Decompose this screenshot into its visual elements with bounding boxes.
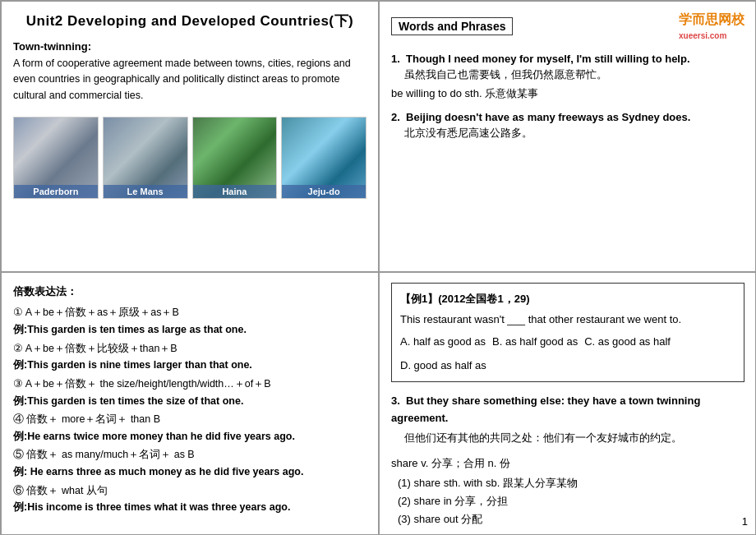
phrase-1-cn: 虽然我自己也需要钱，但我仍然愿意帮忙。	[404, 67, 744, 82]
rule-1: ① A＋be＋倍数＋as＋原级＋as＋B 例:This garden is te…	[13, 304, 366, 338]
city-jejudo: Jeju-do	[281, 117, 366, 199]
top-left-cell: Unit2 Developing and Developed Countries…	[1, 1, 379, 272]
phrase-item-2: 2. Beijing doesn't have as many freeways…	[391, 111, 744, 143]
city-haina-label: Haina	[193, 185, 277, 198]
section-title: 倍数表达法：	[13, 283, 366, 300]
example-1-options: A. half as good as B. as half good as C.…	[400, 333, 735, 375]
bottom-right-cell: 【例1】(2012全国卷1，29) This restaurant wasn't…	[379, 272, 756, 535]
share-notes: share v. 分享；合用 n. 份 (1) share sth. with …	[391, 454, 744, 528]
rule-5-example: 例: He earns three as much money as he di…	[13, 464, 366, 481]
example-1-block: 【例1】(2012全国卷1，29) This restaurant wasn't…	[391, 283, 744, 382]
phrase-item-3: 3. But they share something else: they h…	[391, 392, 744, 446]
phrase-2-text: Beijing doesn't have as many freeways as…	[406, 111, 690, 123]
words-phrases-box: Words and Phrases	[391, 17, 513, 35]
example-1-question: This restaurant wasn't ___ that other re…	[400, 311, 735, 328]
bottom-left-cell: 倍数表达法： ① A＋be＋倍数＋as＋原级＋as＋B 例:This garde…	[1, 272, 379, 535]
phrase-3-text: But they share something else: they have…	[391, 394, 700, 424]
phrase-1-text: Though I need money for myself, I'm stil…	[406, 53, 689, 65]
logo-sub: xueersi.com	[679, 31, 726, 40]
rule-6: ⑥ 倍数＋ what 从句 例:His income is three time…	[13, 482, 366, 516]
city-images-row: Paderborn Le Mans Haina Jeju-do	[13, 117, 366, 199]
city-paderborn: Paderborn	[13, 117, 99, 199]
phrase-3-cn: 但他们还有其他的共同之处：他们有一个友好城市的约定。	[404, 429, 744, 446]
phrase-2-en: 2. Beijing doesn't have as many freeways…	[391, 111, 744, 123]
words-phrases-header: Words and Phrases 学而思网校 xueersi.com	[391, 12, 744, 41]
share-main: share v. 分享；合用 n. 份	[391, 454, 744, 472]
unit-title: Unit2 Developing and Developed Countries…	[13, 12, 366, 30]
city-jejudo-label: Jeju-do	[282, 185, 366, 198]
phrase-3-num: 3.	[391, 394, 400, 407]
city-paderborn-label: Paderborn	[14, 185, 98, 198]
rule-2-example: 例:This garden is nine times larger than …	[13, 357, 366, 374]
phrase-item-1: 1. Though I need money for myself, I'm s…	[391, 53, 744, 101]
city-lemans: Le Mans	[103, 117, 188, 199]
rule-1-label: ① A＋be＋倍数＋as＋原级＋as＋B	[13, 304, 366, 321]
rule-3-example: 例:This garden is ten times the size of t…	[13, 393, 366, 410]
rule-4-label: ④ 倍数＋ more＋名词＋ than B	[13, 411, 366, 428]
rule-1-example: 例:This garden is ten times as large as t…	[13, 321, 366, 339]
logo-main: 学而思网校	[679, 12, 744, 26]
rule-5: ⑤ 倍数＋ as many/much＋名词＋ as B 例: He earns …	[13, 446, 366, 480]
phrase-2-num: 2.	[391, 111, 400, 123]
share-sub-3: (3) share out 分配	[398, 510, 744, 528]
rule-6-label: ⑥ 倍数＋ what 从句	[13, 482, 366, 500]
phrase-1-en: 1. Though I need money for myself, I'm s…	[391, 53, 744, 65]
option-b: B. as half good as	[492, 333, 578, 350]
rule-4: ④ 倍数＋ more＋名词＋ than B 例:He earns twice m…	[13, 411, 366, 445]
rule-6-example: 例:His income is three times what it was …	[13, 499, 366, 516]
rule-5-label: ⑤ 倍数＋ as many/much＋名词＋ as B	[13, 446, 366, 464]
top-right-cell: Words and Phrases 学而思网校 xueersi.com 1. T…	[379, 1, 756, 272]
rule-3: ③ A＋be＋倍数＋ the size/height/length/width……	[13, 376, 366, 409]
phrase-2-cn: 北京没有悉尼高速公路多。	[404, 126, 744, 141]
phrase-1-num: 1.	[391, 53, 400, 65]
rule-2: ② A＋be＋倍数＋比较级＋than＋B 例:This garden is ni…	[13, 340, 366, 374]
rule-3-label: ③ A＋be＋倍数＋ the size/height/length/width……	[13, 376, 366, 393]
page-number: 1	[742, 513, 748, 530]
town-twinning-label: Town-twinning:	[13, 40, 366, 53]
rule-4-example: 例:He earns twice more money than he did …	[13, 428, 366, 445]
example-1-title: 【例1】(2012全国卷1，29)	[400, 290, 735, 307]
share-sub-2: (2) share in 分享，分担	[398, 492, 744, 510]
town-description: A form of cooperative agreement made bet…	[13, 56, 366, 104]
share-sub-1: (1) share sth. with sb. 跟某人分享某物	[398, 474, 744, 491]
rule-2-label: ② A＋be＋倍数＋比较级＋than＋B	[13, 340, 366, 357]
option-c: C. as good as half	[584, 333, 671, 350]
logo-area: 学而思网校 xueersi.com	[679, 12, 744, 41]
phrase-3-en: 3. But they share something else: they h…	[391, 392, 744, 427]
city-lemans-label: Le Mans	[104, 185, 187, 198]
option-a: A. half as good as	[400, 333, 486, 350]
phrase-1-note: be willing to do sth. 乐意做某事	[391, 86, 744, 101]
city-haina: Haina	[192, 117, 278, 199]
option-d: D. good as half as	[400, 357, 486, 374]
